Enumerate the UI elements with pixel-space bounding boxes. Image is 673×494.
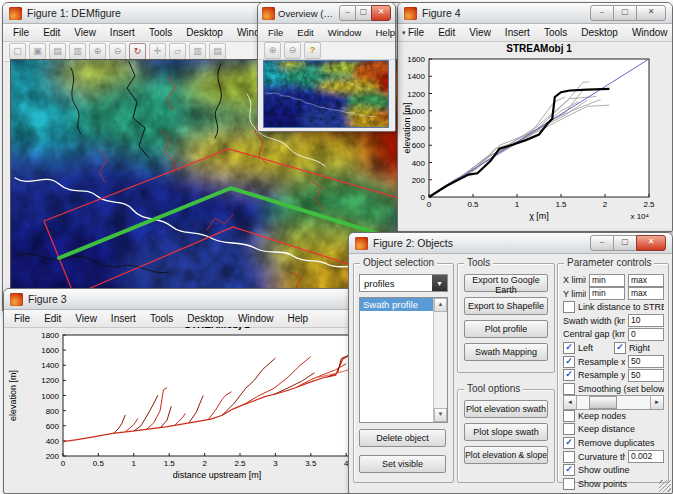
menu-item-desktop[interactable]: Desktop: [180, 313, 231, 324]
maximize-icon[interactable]: ▢: [614, 235, 636, 251]
menu-item-tools[interactable]: Tools: [142, 27, 179, 38]
zoom-out-icon[interactable]: ⊖: [284, 42, 301, 59]
menu-item-view[interactable]: View: [462, 27, 498, 38]
rotate-3d-icon[interactable]: ↻: [129, 43, 146, 60]
minimize-icon[interactable]: –: [590, 5, 614, 21]
menu-item-edit[interactable]: Edit: [290, 27, 320, 38]
scroll-track[interactable]: [434, 312, 447, 408]
menu-overflow-icon[interactable]: ▾: [402, 29, 411, 37]
zoom-out-icon[interactable]: ⊖: [109, 43, 126, 60]
menu-item-insert[interactable]: Insert: [104, 313, 143, 324]
minimize-icon[interactable]: –: [339, 5, 356, 21]
checkbox[interactable]: [563, 478, 575, 490]
scroll-up-icon[interactable]: ▲: [434, 298, 447, 312]
overview-minimap[interactable]: [263, 60, 389, 128]
overview-map-image[interactable]: [264, 61, 388, 127]
menu-item-insert[interactable]: Insert: [103, 27, 142, 38]
swath-mapping-button[interactable]: Swath Mapping: [464, 343, 548, 361]
checkbox[interactable]: [563, 451, 575, 463]
zoom-in-icon[interactable]: ⊕: [264, 42, 281, 59]
menu-item-window[interactable]: Window: [231, 313, 281, 324]
new-figure-icon[interactable]: ▢: [9, 43, 26, 60]
save-figure-icon[interactable]: ▤: [49, 43, 66, 60]
smoothing-slider[interactable]: ◄►: [563, 395, 664, 410]
slider-right-icon[interactable]: ►: [650, 396, 663, 409]
colorbar-icon[interactable]: ▥: [189, 43, 206, 60]
menu-item-desktop[interactable]: Desktop: [574, 27, 625, 38]
plot-area[interactable]: [63, 335, 371, 456]
plot-slope-swath-button[interactable]: Plot slope swath: [464, 423, 548, 441]
plot-elevation-slope-button[interactable]: Plot elevation & slope: [464, 446, 548, 464]
overview-titlebar[interactable]: Overview (DEMfig... – ▢ ✕: [258, 3, 395, 24]
checkbox[interactable]: [563, 423, 575, 435]
figure4-titlebar[interactable]: Figure 4 – ▢ ✕: [398, 3, 672, 24]
close-icon[interactable]: ✕: [636, 235, 666, 251]
menu-item-edit[interactable]: Edit: [431, 27, 462, 38]
print-figure-icon[interactable]: ▥: [69, 43, 86, 60]
param-field[interactable]: 0: [628, 328, 664, 341]
pan-icon[interactable]: ✛: [149, 43, 166, 60]
menu-item-tools[interactable]: Tools: [143, 313, 180, 324]
figure4-plot[interactable]: 00.511.522.50200400600800100012001400160…: [400, 39, 670, 229]
export-shapefile-button[interactable]: Export to Shapefile: [464, 297, 548, 315]
checkbox[interactable]: ✓: [563, 342, 575, 354]
checkbox[interactable]: [563, 410, 575, 422]
open-file-icon[interactable]: ▣: [29, 43, 46, 60]
close-icon[interactable]: ✕: [636, 5, 666, 21]
checkbox[interactable]: ✓: [563, 356, 575, 368]
list-item[interactable]: Swath profile: [360, 298, 433, 311]
menu-item-view[interactable]: View: [68, 313, 104, 324]
menu-item-edit[interactable]: Edit: [36, 27, 67, 38]
legend-icon[interactable]: ▤: [209, 43, 226, 60]
param-field[interactable]: 0.002: [628, 450, 664, 463]
menu-item-desktop[interactable]: Desktop: [179, 27, 230, 38]
menu-item-window[interactable]: Window: [625, 27, 673, 38]
zoom-in-icon[interactable]: ⊕: [89, 43, 106, 60]
parameter-row: Show points: [563, 478, 664, 490]
chevron-down-icon[interactable]: ▼: [432, 275, 447, 291]
checkbox[interactable]: [563, 383, 575, 395]
menu-item-file[interactable]: File: [261, 27, 290, 38]
object-listbox[interactable]: Swath profile ▲ ▼: [359, 297, 448, 423]
param-field[interactable]: 10: [628, 314, 664, 327]
checkbox[interactable]: ✓: [563, 464, 575, 476]
menu-item-edit[interactable]: Edit: [37, 313, 68, 324]
resize-grip[interactable]: [659, 480, 671, 492]
plot-profile-button[interactable]: Plot profile: [464, 320, 548, 338]
data-cursor-icon[interactable]: ▱: [169, 43, 186, 60]
slider-left-icon[interactable]: ◄: [564, 396, 577, 409]
menu-item-help[interactable]: Help: [281, 313, 316, 324]
menu-item-help[interactable]: Help: [368, 27, 402, 38]
min-field[interactable]: min: [589, 274, 625, 287]
help-icon[interactable]: ?: [304, 42, 321, 59]
close-icon[interactable]: ✕: [371, 5, 391, 21]
param-field[interactable]: 50: [628, 369, 664, 382]
min-field[interactable]: min: [589, 287, 625, 300]
menu-item-insert[interactable]: Insert: [498, 27, 537, 38]
minimize-icon[interactable]: –: [590, 235, 614, 251]
delete-object-button[interactable]: Delete object: [359, 429, 446, 447]
menu-item-tools[interactable]: Tools: [537, 27, 574, 38]
checkbox[interactable]: ✓: [563, 369, 575, 381]
param-field[interactable]: 50: [628, 355, 664, 368]
maximize-icon[interactable]: ▢: [356, 5, 371, 21]
figure2-titlebar[interactable]: Figure 2: Objects – ▢ ✕: [349, 233, 672, 254]
set-visible-button[interactable]: Set visible: [359, 455, 446, 473]
checkbox[interactable]: [563, 301, 575, 313]
plot-elevation-swath-button[interactable]: Plot elevation swath: [464, 400, 548, 418]
menu-item-view[interactable]: View: [67, 27, 103, 38]
slider-track[interactable]: [577, 396, 650, 409]
listbox-scrollbar[interactable]: ▲ ▼: [433, 298, 447, 422]
max-field[interactable]: max: [628, 274, 664, 287]
scroll-down-icon[interactable]: ▼: [434, 408, 447, 422]
slider-thumb[interactable]: [589, 396, 617, 409]
checkbox[interactable]: ✓: [563, 437, 575, 449]
export-google-earth-button[interactable]: Export to Google Earth: [464, 274, 548, 292]
object-type-dropdown[interactable]: profiles ▼: [359, 274, 448, 292]
menu-item-file[interactable]: File: [7, 313, 37, 324]
checkbox[interactable]: ✓: [614, 342, 626, 354]
max-field[interactable]: max: [628, 287, 664, 300]
menu-item-file[interactable]: File: [6, 27, 36, 38]
menu-item-window[interactable]: Window: [321, 27, 369, 38]
maximize-icon[interactable]: ▢: [614, 5, 636, 21]
